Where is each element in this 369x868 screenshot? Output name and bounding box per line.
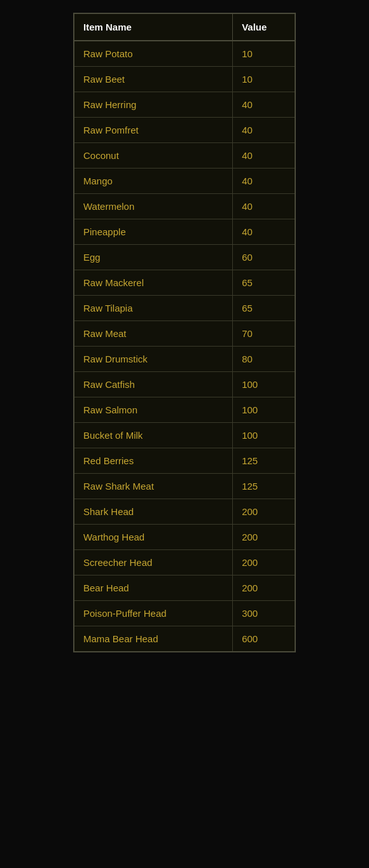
- item-value-cell: 65: [233, 296, 295, 321]
- item-name-cell: Coconut: [74, 143, 233, 169]
- item-value-cell: 100: [233, 372, 295, 397]
- item-value-cell: 80: [233, 347, 295, 372]
- column-header-value: Value: [233, 14, 295, 41]
- table-row: Raw Tilapia65: [74, 296, 295, 321]
- item-value-table: Item Name Value Raw Potato10Raw Beet10Ra…: [73, 13, 296, 652]
- item-value-cell: 40: [233, 169, 295, 194]
- table-row: Pineapple40: [74, 219, 295, 245]
- item-value-cell: 40: [233, 219, 295, 245]
- table-row: Raw Meat70: [74, 321, 295, 347]
- table-row: Egg60: [74, 245, 295, 270]
- table-row: Raw Drumstick80: [74, 347, 295, 372]
- item-name-cell: Shark Head: [74, 499, 233, 525]
- item-name-cell: Raw Beet: [74, 67, 233, 92]
- item-name-cell: Screecher Head: [74, 550, 233, 575]
- item-name-cell: Raw Tilapia: [74, 296, 233, 321]
- item-name-cell: Bear Head: [74, 575, 233, 601]
- item-name-cell: Raw Catfish: [74, 372, 233, 397]
- table-row: Raw Shark Meat125: [74, 474, 295, 499]
- table-row: Red Berries125: [74, 448, 295, 474]
- item-value-cell: 200: [233, 550, 295, 575]
- table-row: Watermelon40: [74, 194, 295, 219]
- table-row: Raw Beet10: [74, 67, 295, 92]
- table-row: Raw Mackerel65: [74, 270, 295, 296]
- item-name-cell: Red Berries: [74, 448, 233, 474]
- table-row: Screecher Head200: [74, 550, 295, 575]
- item-value-cell: 600: [233, 626, 295, 652]
- item-name-cell: Mango: [74, 169, 233, 194]
- item-value-cell: 300: [233, 601, 295, 626]
- table-row: Shark Head200: [74, 499, 295, 525]
- item-value-cell: 125: [233, 448, 295, 474]
- item-value-cell: 10: [233, 67, 295, 92]
- item-value-cell: 200: [233, 525, 295, 550]
- table-row: Raw Catfish100: [74, 372, 295, 397]
- item-name-cell: Watermelon: [74, 194, 233, 219]
- item-value-cell: 10: [233, 41, 295, 67]
- table-row: Raw Pomfret40: [74, 118, 295, 143]
- item-value-cell: 125: [233, 474, 295, 499]
- item-name-cell: Raw Pomfret: [74, 118, 233, 143]
- table-row: Poison-Puffer Head300: [74, 601, 295, 626]
- table-row: Raw Salmon100: [74, 397, 295, 423]
- table-row: Bucket of Milk100: [74, 423, 295, 448]
- item-value-cell: 200: [233, 575, 295, 601]
- item-value-cell: 40: [233, 143, 295, 169]
- item-name-cell: Raw Herring: [74, 92, 233, 118]
- table-row: Mama Bear Head600: [74, 626, 295, 652]
- item-name-cell: Mama Bear Head: [74, 626, 233, 652]
- item-name-cell: Raw Salmon: [74, 397, 233, 423]
- table-row: Coconut40: [74, 143, 295, 169]
- item-value-cell: 40: [233, 194, 295, 219]
- item-name-cell: Poison-Puffer Head: [74, 601, 233, 626]
- item-name-cell: Raw Shark Meat: [74, 474, 233, 499]
- table-header-row: Item Name Value: [74, 14, 295, 41]
- table-row: Mango40: [74, 169, 295, 194]
- column-header-item-name: Item Name: [74, 14, 233, 41]
- item-value-cell: 65: [233, 270, 295, 296]
- item-name-cell: Bucket of Milk: [74, 423, 233, 448]
- item-value-cell: 100: [233, 423, 295, 448]
- item-name-cell: Warthog Head: [74, 525, 233, 550]
- table-row: Bear Head200: [74, 575, 295, 601]
- item-value-cell: 40: [233, 92, 295, 118]
- item-name-cell: Pineapple: [74, 219, 233, 245]
- item-name-cell: Raw Meat: [74, 321, 233, 347]
- item-value-cell: 40: [233, 118, 295, 143]
- item-name-cell: Raw Drumstick: [74, 347, 233, 372]
- table-row: Raw Potato10: [74, 41, 295, 67]
- item-value-cell: 100: [233, 397, 295, 423]
- table-row: Warthog Head200: [74, 525, 295, 550]
- item-value-cell: 200: [233, 499, 295, 525]
- item-name-cell: Raw Potato: [74, 41, 233, 67]
- item-value-cell: 70: [233, 321, 295, 347]
- item-name-cell: Raw Mackerel: [74, 270, 233, 296]
- item-name-cell: Egg: [74, 245, 233, 270]
- table-row: Raw Herring40: [74, 92, 295, 118]
- item-value-cell: 60: [233, 245, 295, 270]
